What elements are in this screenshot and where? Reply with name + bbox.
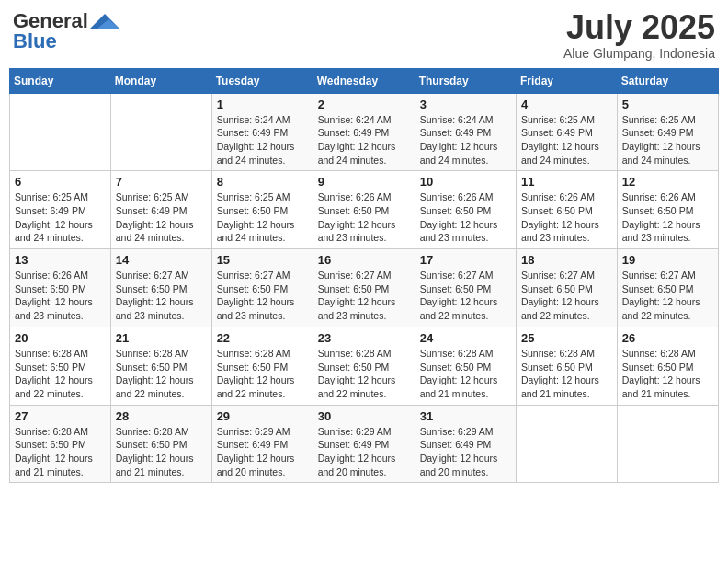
- day-info: Sunrise: 6:26 AM Sunset: 6:50 PM Dayligh…: [420, 190, 511, 245]
- day-number: 30: [318, 409, 410, 423]
- day-number: 28: [116, 409, 207, 423]
- day-info: Sunrise: 6:24 AM Sunset: 6:49 PM Dayligh…: [420, 113, 511, 167]
- weekday-header: Sunday: [10, 68, 111, 93]
- calendar-cell: [110, 93, 211, 171]
- day-info: Sunrise: 6:27 AM Sunset: 6:50 PM Dayligh…: [622, 269, 713, 323]
- calendar-cell: 13Sunrise: 6:26 AM Sunset: 6:50 PM Dayli…: [10, 249, 111, 327]
- calendar-week-row: 6Sunrise: 6:25 AM Sunset: 6:49 PM Daylig…: [10, 171, 719, 249]
- calendar-cell: 28Sunrise: 6:28 AM Sunset: 6:50 PM Dayli…: [110, 405, 211, 483]
- day-info: Sunrise: 6:25 AM Sunset: 6:50 PM Dayligh…: [217, 190, 308, 245]
- day-info: Sunrise: 6:28 AM Sunset: 6:50 PM Dayligh…: [420, 347, 511, 401]
- calendar-cell: 27Sunrise: 6:28 AM Sunset: 6:50 PM Dayli…: [10, 405, 111, 483]
- day-info: Sunrise: 6:28 AM Sunset: 6:50 PM Dayligh…: [15, 347, 106, 401]
- day-number: 24: [420, 331, 511, 345]
- day-info: Sunrise: 6:26 AM Sunset: 6:50 PM Dayligh…: [318, 190, 410, 245]
- day-info: Sunrise: 6:25 AM Sunset: 6:49 PM Dayligh…: [15, 190, 106, 245]
- calendar-cell: 17Sunrise: 6:27 AM Sunset: 6:50 PM Dayli…: [415, 249, 516, 327]
- calendar-cell: 8Sunrise: 6:25 AM Sunset: 6:50 PM Daylig…: [211, 171, 313, 249]
- day-number: 10: [420, 175, 511, 189]
- day-number: 8: [217, 175, 308, 189]
- calendar-cell: 2Sunrise: 6:24 AM Sunset: 6:49 PM Daylig…: [313, 93, 415, 171]
- day-number: 22: [217, 331, 308, 345]
- day-number: 19: [622, 253, 713, 267]
- day-info: Sunrise: 6:27 AM Sunset: 6:50 PM Dayligh…: [318, 269, 410, 323]
- day-info: Sunrise: 6:27 AM Sunset: 6:50 PM Dayligh…: [420, 269, 511, 323]
- logo-blue: Blue: [13, 29, 57, 53]
- calendar-cell: 26Sunrise: 6:28 AM Sunset: 6:50 PM Dayli…: [617, 327, 718, 405]
- day-number: 25: [521, 331, 612, 345]
- calendar-cell: 7Sunrise: 6:25 AM Sunset: 6:49 PM Daylig…: [110, 171, 211, 249]
- day-number: 2: [318, 98, 410, 111]
- day-info: Sunrise: 6:28 AM Sunset: 6:50 PM Dayligh…: [318, 347, 410, 401]
- day-info: Sunrise: 6:28 AM Sunset: 6:50 PM Dayligh…: [521, 347, 612, 401]
- day-info: Sunrise: 6:24 AM Sunset: 6:49 PM Dayligh…: [318, 113, 410, 167]
- day-info: Sunrise: 6:25 AM Sunset: 6:49 PM Dayligh…: [622, 113, 713, 167]
- calendar-cell: 9Sunrise: 6:26 AM Sunset: 6:50 PM Daylig…: [313, 171, 415, 249]
- location: Alue Glumpang, Indonesia: [563, 46, 715, 61]
- day-number: 12: [622, 175, 713, 189]
- day-number: 1: [217, 98, 308, 111]
- weekday-header: Monday: [110, 68, 211, 93]
- calendar-cell: 12Sunrise: 6:26 AM Sunset: 6:50 PM Dayli…: [617, 171, 718, 249]
- weekday-header: Tuesday: [211, 68, 313, 93]
- weekday-header: Saturday: [617, 68, 718, 93]
- calendar-cell: 31Sunrise: 6:29 AM Sunset: 6:49 PM Dayli…: [415, 405, 516, 483]
- day-info: Sunrise: 6:28 AM Sunset: 6:50 PM Dayligh…: [622, 347, 713, 401]
- day-number: 29: [217, 409, 308, 423]
- calendar-cell: [617, 405, 718, 483]
- month-title: July 2025: [563, 9, 715, 46]
- calendar-cell: 6Sunrise: 6:25 AM Sunset: 6:49 PM Daylig…: [10, 171, 111, 249]
- calendar-week-row: 20Sunrise: 6:28 AM Sunset: 6:50 PM Dayli…: [10, 327, 719, 405]
- weekday-header: Friday: [517, 68, 618, 93]
- day-number: 20: [15, 331, 106, 345]
- day-number: 17: [420, 253, 511, 267]
- calendar-cell: 16Sunrise: 6:27 AM Sunset: 6:50 PM Dayli…: [313, 249, 415, 327]
- day-info: Sunrise: 6:27 AM Sunset: 6:50 PM Dayligh…: [116, 269, 207, 323]
- day-number: 15: [217, 253, 308, 267]
- calendar-cell: 15Sunrise: 6:27 AM Sunset: 6:50 PM Dayli…: [211, 249, 313, 327]
- calendar-week-row: 13Sunrise: 6:26 AM Sunset: 6:50 PM Dayli…: [10, 249, 719, 327]
- day-info: Sunrise: 6:29 AM Sunset: 6:49 PM Dayligh…: [318, 425, 410, 479]
- weekday-header: Thursday: [415, 68, 516, 93]
- calendar-cell: 5Sunrise: 6:25 AM Sunset: 6:49 PM Daylig…: [617, 93, 718, 171]
- calendar-cell: 21Sunrise: 6:28 AM Sunset: 6:50 PM Dayli…: [110, 327, 211, 405]
- day-number: 5: [622, 98, 713, 111]
- calendar-cell: 25Sunrise: 6:28 AM Sunset: 6:50 PM Dayli…: [517, 327, 618, 405]
- day-info: Sunrise: 6:26 AM Sunset: 6:50 PM Dayligh…: [521, 190, 612, 245]
- day-info: Sunrise: 6:28 AM Sunset: 6:50 PM Dayligh…: [116, 347, 207, 401]
- day-info: Sunrise: 6:28 AM Sunset: 6:50 PM Dayligh…: [116, 425, 207, 479]
- calendar-cell: 3Sunrise: 6:24 AM Sunset: 6:49 PM Daylig…: [415, 93, 516, 171]
- calendar-cell: 23Sunrise: 6:28 AM Sunset: 6:50 PM Dayli…: [313, 327, 415, 405]
- calendar-cell: [10, 93, 111, 171]
- day-info: Sunrise: 6:27 AM Sunset: 6:50 PM Dayligh…: [217, 269, 308, 323]
- day-info: Sunrise: 6:28 AM Sunset: 6:50 PM Dayligh…: [15, 425, 106, 479]
- day-number: 14: [116, 253, 207, 267]
- day-info: Sunrise: 6:26 AM Sunset: 6:50 PM Dayligh…: [622, 190, 713, 245]
- day-number: 21: [116, 331, 207, 345]
- calendar-cell: 4Sunrise: 6:25 AM Sunset: 6:49 PM Daylig…: [517, 93, 618, 171]
- day-info: Sunrise: 6:25 AM Sunset: 6:49 PM Dayligh…: [116, 190, 207, 245]
- day-number: 23: [318, 331, 410, 345]
- logo-icon: [90, 12, 119, 30]
- day-info: Sunrise: 6:29 AM Sunset: 6:49 PM Dayligh…: [420, 425, 511, 479]
- calendar-cell: 10Sunrise: 6:26 AM Sunset: 6:50 PM Dayli…: [415, 171, 516, 249]
- day-number: 9: [318, 175, 410, 189]
- calendar-cell: [517, 405, 618, 483]
- day-info: Sunrise: 6:24 AM Sunset: 6:49 PM Dayligh…: [217, 113, 308, 167]
- calendar-cell: 22Sunrise: 6:28 AM Sunset: 6:50 PM Dayli…: [211, 327, 313, 405]
- day-number: 3: [420, 98, 511, 111]
- title-block: July 2025 Alue Glumpang, Indonesia: [563, 9, 715, 61]
- calendar-cell: 1Sunrise: 6:24 AM Sunset: 6:49 PM Daylig…: [211, 93, 313, 171]
- calendar-cell: 29Sunrise: 6:29 AM Sunset: 6:49 PM Dayli…: [211, 405, 313, 483]
- calendar-header: SundayMondayTuesdayWednesdayThursdayFrid…: [10, 68, 719, 93]
- calendar-cell: 19Sunrise: 6:27 AM Sunset: 6:50 PM Dayli…: [617, 249, 718, 327]
- day-number: 27: [15, 409, 106, 423]
- page-header: General Blue July 2025 Alue Glumpang, In…: [9, 9, 719, 61]
- calendar-table: SundayMondayTuesdayWednesdayThursdayFrid…: [9, 68, 719, 484]
- calendar-cell: 14Sunrise: 6:27 AM Sunset: 6:50 PM Dayli…: [110, 249, 211, 327]
- calendar-cell: 30Sunrise: 6:29 AM Sunset: 6:49 PM Dayli…: [313, 405, 415, 483]
- day-number: 31: [420, 409, 511, 423]
- day-number: 4: [521, 98, 612, 111]
- day-info: Sunrise: 6:26 AM Sunset: 6:50 PM Dayligh…: [15, 269, 106, 323]
- day-number: 26: [622, 331, 713, 345]
